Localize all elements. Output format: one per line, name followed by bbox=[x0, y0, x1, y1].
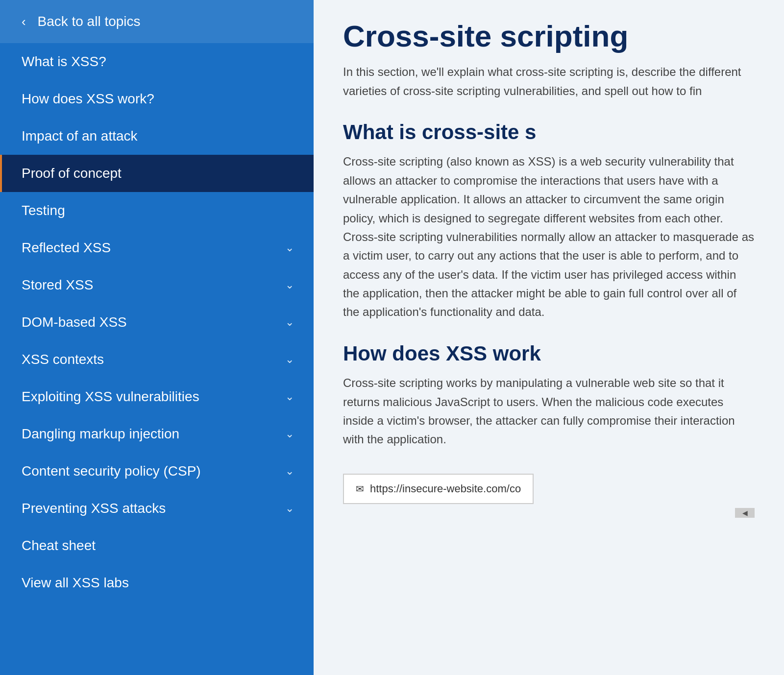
scroll-indicator: ◀ bbox=[343, 508, 755, 518]
sidebar-item-stored-xss[interactable]: Stored XSS⌄ bbox=[0, 266, 314, 304]
sidebar-item-label-what-is-xss: What is XSS? bbox=[22, 54, 106, 70]
sidebar-item-xss-contexts[interactable]: XSS contexts⌄ bbox=[0, 341, 314, 378]
section2-title: How does XSS work bbox=[343, 341, 755, 366]
sidebar-item-label-exploiting-xss-vulnerabilities: Exploiting XSS vulnerabilities bbox=[22, 389, 199, 405]
chevron-down-icon: ⌄ bbox=[285, 241, 294, 254]
section1-text: Cross-site scripting (also known as XSS)… bbox=[343, 152, 755, 322]
back-arrow-icon: ‹ bbox=[22, 14, 26, 29]
chevron-down-icon: ⌄ bbox=[285, 390, 294, 403]
main-content: Cross-site scripting In this section, we… bbox=[314, 0, 784, 675]
sidebar-item-label-view-all-xss-labs: View all XSS labs bbox=[22, 575, 129, 591]
intro-paragraph: In this section, we'll explain what cros… bbox=[343, 63, 755, 100]
sidebar-item-what-is-xss[interactable]: What is XSS? bbox=[0, 43, 314, 80]
sidebar-item-view-all-xss-labs[interactable]: View all XSS labs bbox=[0, 564, 314, 602]
sidebar-item-preventing-xss-attacks[interactable]: Preventing XSS attacks⌄ bbox=[0, 490, 314, 527]
sidebar-item-cheat-sheet[interactable]: Cheat sheet bbox=[0, 527, 314, 564]
sidebar-item-label-dom-based-xss: DOM-based XSS bbox=[22, 314, 127, 330]
sidebar-item-testing[interactable]: Testing bbox=[0, 192, 314, 229]
back-label: Back to all topics bbox=[37, 14, 140, 29]
chevron-down-icon: ⌄ bbox=[285, 353, 294, 366]
sidebar-item-how-does-xss-work[interactable]: How does XSS work? bbox=[0, 80, 314, 118]
sidebar-item-reflected-xss[interactable]: Reflected XSS⌄ bbox=[0, 229, 314, 266]
chevron-down-icon: ⌄ bbox=[285, 502, 294, 515]
sidebar-item-exploiting-xss-vulnerabilities[interactable]: Exploiting XSS vulnerabilities⌄ bbox=[0, 378, 314, 415]
sidebar-item-content-security-policy[interactable]: Content security policy (CSP)⌄ bbox=[0, 453, 314, 490]
chevron-down-icon: ⌄ bbox=[285, 279, 294, 291]
sidebar-item-label-preventing-xss-attacks: Preventing XSS attacks bbox=[22, 501, 166, 516]
url-bar: ✉ https://insecure-website.com/co bbox=[343, 474, 534, 504]
sidebar-item-label-reflected-xss: Reflected XSS bbox=[22, 240, 111, 256]
url-bar-text: https://insecure-website.com/co bbox=[370, 482, 521, 495]
scroll-left-arrow[interactable]: ◀ bbox=[735, 508, 755, 518]
envelope-icon: ✉ bbox=[356, 483, 364, 495]
sidebar-nav: What is XSS?How does XSS work?Impact of … bbox=[0, 43, 314, 602]
sidebar-item-impact-of-an-attack[interactable]: Impact of an attack bbox=[0, 118, 314, 155]
sidebar-item-label-impact-of-an-attack: Impact of an attack bbox=[22, 128, 138, 144]
sidebar-item-label-cheat-sheet: Cheat sheet bbox=[22, 538, 96, 554]
chevron-down-icon: ⌄ bbox=[285, 316, 294, 329]
sidebar-item-dangling-markup-injection[interactable]: Dangling markup injection⌄ bbox=[0, 415, 314, 453]
back-to-all-topics[interactable]: ‹ Back to all topics bbox=[0, 0, 314, 43]
page-title: Cross-site scripting bbox=[343, 20, 755, 53]
sidebar-item-label-stored-xss: Stored XSS bbox=[22, 277, 93, 293]
chevron-down-icon: ⌄ bbox=[285, 465, 294, 478]
sidebar-item-label-dangling-markup-injection: Dangling markup injection bbox=[22, 426, 179, 442]
sidebar-item-proof-of-concept[interactable]: Proof of concept bbox=[0, 155, 314, 192]
chevron-down-icon: ⌄ bbox=[285, 428, 294, 440]
sidebar-item-label-testing: Testing bbox=[22, 203, 65, 218]
sidebar: ‹ Back to all topics What is XSS?How doe… bbox=[0, 0, 314, 675]
sidebar-item-label-how-does-xss-work: How does XSS work? bbox=[22, 91, 154, 107]
section2-text: Cross-site scripting works by manipulati… bbox=[343, 374, 755, 449]
sidebar-item-label-content-security-policy: Content security policy (CSP) bbox=[22, 463, 201, 479]
sidebar-item-label-proof-of-concept: Proof of concept bbox=[22, 166, 122, 181]
sidebar-item-label-xss-contexts: XSS contexts bbox=[22, 352, 104, 367]
sidebar-item-dom-based-xss[interactable]: DOM-based XSS⌄ bbox=[0, 304, 314, 341]
section1-title: What is cross-site s bbox=[343, 120, 755, 145]
